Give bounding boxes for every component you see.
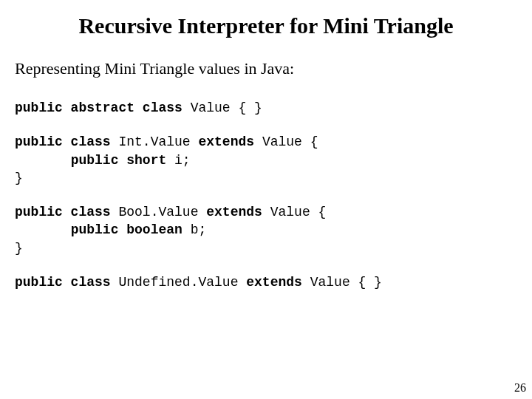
code-text: Value { }: [183, 100, 262, 115]
code-text: Int.Value: [111, 134, 199, 149]
code-text: Value {: [254, 134, 318, 149]
code-block-boolvalue: public class Bool.Value extends Value { …: [15, 203, 517, 257]
slide-subtitle: Representing Mini Triangle values in Jav…: [15, 59, 517, 78]
keyword: extends: [246, 275, 302, 290]
code-text: Value {: [262, 205, 326, 219]
keyword: public class: [15, 134, 111, 149]
keyword: public short: [71, 153, 167, 168]
keyword: public boolean: [71, 222, 183, 237]
code-text: Undefined.Value: [111, 275, 247, 290]
code-text: Bool.Value: [111, 205, 207, 219]
code-block-value: public abstract class Value { }: [15, 99, 517, 117]
keyword: extends: [206, 205, 262, 219]
slide: Recursive Interpreter for Mini Triangle …: [0, 0, 532, 399]
page-number: 26: [514, 381, 526, 395]
keyword: public class: [15, 275, 111, 290]
code-text: b;: [183, 222, 206, 237]
code-block-intvalue: public class Int.Value extends Value { p…: [15, 133, 517, 187]
keyword: public class: [15, 205, 111, 219]
code-block-undefinedvalue: public class Undefined.Value extends Val…: [15, 273, 517, 291]
keyword: public abstract class: [15, 100, 183, 115]
code-text: }: [15, 241, 23, 256]
code-text: }: [15, 171, 23, 185]
code-text: i;: [166, 153, 190, 168]
slide-title: Recursive Interpreter for Mini Triangle: [15, 13, 517, 38]
code-text: Value { }: [302, 275, 382, 290]
keyword: extends: [198, 134, 254, 149]
